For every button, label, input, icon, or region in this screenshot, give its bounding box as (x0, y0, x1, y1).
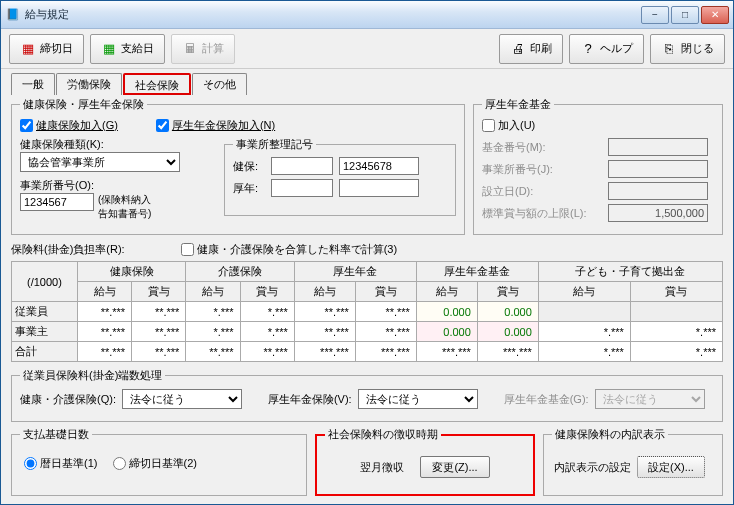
tab-other[interactable]: その他 (192, 73, 247, 95)
combined-checkbox[interactable]: 健康・介護保険を合算した料率で計算(3) (181, 242, 397, 257)
office-code-label: 事業所整理記号 (233, 137, 316, 152)
days-title: 支払基礎日数 (20, 427, 92, 442)
minimize-button[interactable]: − (641, 6, 669, 24)
collect-value: 翌月徴収 (360, 460, 404, 475)
collection-timing-group: 社会保険料の徴収時期 翌月徴収 変更(Z)... (315, 427, 535, 496)
days-group: 支払基礎日数 暦日基準(1) 締切日基準(2) (11, 427, 307, 496)
titlebar: 📘 給与規定 − □ ✕ (1, 1, 733, 29)
kounen-label: 厚年: (233, 181, 265, 196)
table-row: 従業員 **.*****.*** *.****.*** **.*****.***… (12, 302, 723, 322)
close-button[interactable]: ⎘閉じる (650, 34, 725, 64)
pension-join-checkbox[interactable]: 厚生年金保険加入(N) (156, 118, 275, 133)
window-title: 給与規定 (25, 7, 641, 22)
rate-table: (/1000) 健康保険 介護保険 厚生年金 厚生年金基金 子ども・子育て拠出金… (11, 261, 723, 362)
rounding-group: 従業員保険料(掛金)端数処理 健康・介護保険(Q): 法令に従う 厚生年金保険(… (11, 368, 723, 422)
office-no-label: 事業所番号(O): (20, 178, 210, 193)
group-title: 健康保険・厚生年金保険 (20, 97, 147, 112)
calendar-icon: ▦ (101, 41, 117, 57)
fund-date-label: 設立日(D): (482, 184, 602, 199)
kenpo-input1[interactable] (271, 157, 333, 175)
detail-title: 健康保険料の内訳表示 (552, 427, 668, 442)
fund-join-checkbox[interactable]: 加入(U) (482, 118, 535, 133)
settings-button[interactable]: 設定(X)... (637, 456, 705, 478)
window-close-button[interactable]: ✕ (701, 6, 729, 24)
office-no-note: (保険料納入 告知書番号) (98, 193, 151, 221)
kind-label: 健康保険種類(K): (20, 137, 210, 152)
fund-title: 厚生年金基金 (482, 97, 554, 112)
kounen-input1[interactable] (271, 179, 333, 197)
fund-office-label: 事業所番号(J): (482, 162, 602, 177)
print-icon: 🖨 (510, 41, 526, 57)
print-button[interactable]: 🖨印刷 (499, 34, 563, 64)
kounen-input2[interactable] (339, 179, 419, 197)
tab-social[interactable]: 社会保険 (123, 73, 191, 95)
fund-no-label: 基金番号(M): (482, 140, 602, 155)
kenpo-label: 健保: (233, 159, 265, 174)
tab-labor[interactable]: 労働保険 (56, 73, 122, 95)
detail-label: 内訳表示の設定 (554, 460, 631, 475)
door-icon: ⎘ (661, 41, 677, 57)
round-fund-select: 法令に従う (595, 389, 705, 409)
fund-limit-input (608, 204, 708, 222)
detail-group: 健康保険料の内訳表示 内訳表示の設定 設定(X)... (543, 427, 723, 496)
tab-bar: 一般 労働保険 社会保険 その他 (11, 73, 723, 95)
rounding-title: 従業員保険料(掛金)端数処理 (20, 368, 165, 383)
fund-office-input (608, 160, 708, 178)
help-icon: ? (580, 41, 596, 57)
round-fund-label: 厚生年金基金(G): (504, 392, 589, 407)
round-pension-select[interactable]: 法令に従う (358, 389, 478, 409)
round-pension-label: 厚生年金保険(V): (268, 392, 352, 407)
help-button[interactable]: ?ヘルプ (569, 34, 644, 64)
change-button[interactable]: 変更(Z)... (420, 456, 490, 478)
kind-select[interactable]: 協会管掌事業所 (20, 152, 180, 172)
fund-date-input (608, 182, 708, 200)
health-join-checkbox[interactable]: 健康保険加入(G) (20, 118, 118, 133)
rate-unit: (/1000) (12, 262, 78, 302)
fund-no-input (608, 138, 708, 156)
round-health-label: 健康・介護保険(Q): (20, 392, 116, 407)
deadline-button[interactable]: ▦締切日 (9, 34, 84, 64)
app-icon: 📘 (5, 7, 21, 23)
toolbar: ▦締切日 ▦支給日 🖩計算 🖨印刷 ?ヘルプ ⎘閉じる (1, 29, 733, 69)
fund-limit-label: 標準賞与額の上限(L): (482, 206, 602, 221)
collect-title: 社会保険料の徴収時期 (325, 427, 441, 442)
calc-icon: 🖩 (182, 41, 198, 57)
payday-button[interactable]: ▦支給日 (90, 34, 165, 64)
table-row: 合計 **.*****.*** **.*****.*** ***.******.… (12, 342, 723, 362)
table-row: 事業主 **.*****.*** *.****.*** **.*****.***… (12, 322, 723, 342)
office-no-input[interactable] (20, 193, 94, 211)
calendar-basis-radio[interactable]: 暦日基準(1) (24, 456, 97, 471)
calc-button: 🖩計算 (171, 34, 235, 64)
kenpo-input2[interactable] (339, 157, 419, 175)
calendar-icon: ▦ (20, 41, 36, 57)
rate-title: 保険料(掛金)負担率(R): (11, 242, 125, 257)
cutoff-basis-radio[interactable]: 締切日基準(2) (113, 456, 197, 471)
health-pension-group: 健康保険・厚生年金保険 健康保険加入(G) 厚生年金保険加入(N) 健康保険種類… (11, 97, 465, 235)
fund-group: 厚生年金基金 加入(U) 基金番号(M): 事業所番号(J): 設立日(D): … (473, 97, 723, 235)
tab-general[interactable]: 一般 (11, 73, 55, 95)
round-health-select[interactable]: 法令に従う (122, 389, 242, 409)
office-code-group: 事業所整理記号 健保: 厚年: (224, 137, 456, 216)
maximize-button[interactable]: □ (671, 6, 699, 24)
app-window: 📘 給与規定 − □ ✕ ▦締切日 ▦支給日 🖩計算 🖨印刷 ?ヘルプ ⎘閉じる… (0, 0, 734, 505)
